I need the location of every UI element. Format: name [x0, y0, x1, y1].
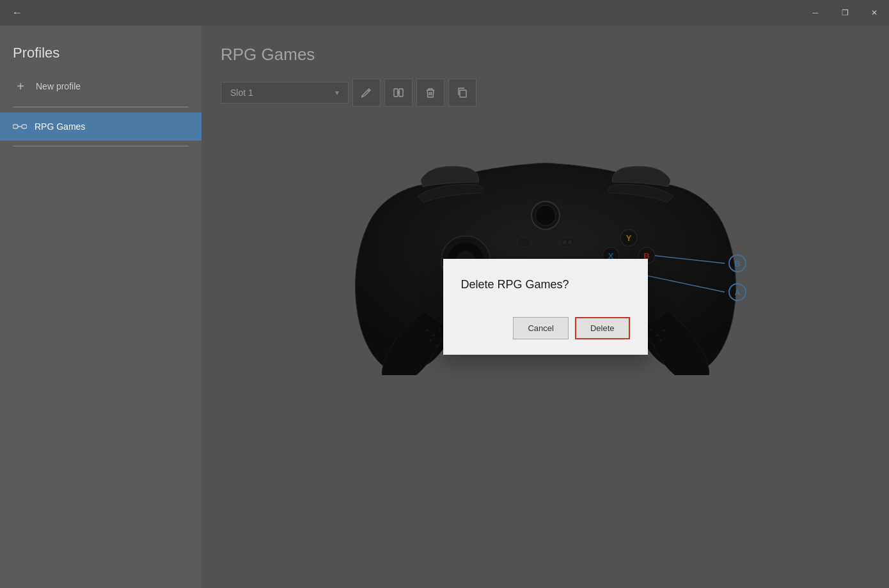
svg-rect-0 — [13, 125, 18, 128]
close-icon: ✕ — [871, 8, 877, 17]
dialog-title: Delete RPG Games? — [461, 278, 630, 291]
sidebar-divider-bottom — [13, 146, 189, 146]
restore-icon: ❐ — [842, 8, 849, 17]
confirm-delete-button[interactable]: Delete — [575, 317, 630, 339]
svg-rect-1 — [22, 125, 27, 128]
plus-icon: + — [13, 79, 28, 94]
sidebar-divider-top — [13, 107, 189, 107]
main-content: RPG Games Slot 1 ▾ — [201, 26, 889, 588]
new-profile-button[interactable]: + New profile — [0, 71, 201, 102]
dialog-buttons: Cancel Delete — [461, 317, 630, 339]
new-profile-label: New profile — [36, 81, 81, 91]
title-bar: ← ─ ❐ ✕ — [0, 0, 889, 26]
minimize-icon: ─ — [813, 8, 819, 17]
sidebar: Profiles + New profile RPG Games — [0, 26, 201, 588]
profile-link-icon — [13, 122, 27, 131]
sidebar-title: Profiles — [0, 38, 201, 71]
profile-item-label: RPG Games — [35, 121, 85, 132]
back-button[interactable]: ← — [8, 3, 27, 22]
restore-button[interactable]: ❐ — [830, 0, 860, 26]
minimize-button[interactable]: ─ — [801, 0, 830, 26]
close-button[interactable]: ✕ — [860, 0, 889, 26]
dialog-overlay: Delete RPG Games? Cancel Delete — [201, 26, 889, 588]
sidebar-item-rpg-games[interactable]: RPG Games — [0, 112, 201, 141]
back-icon: ← — [12, 7, 22, 19]
app-layout: Profiles + New profile RPG Games RPG Gam… — [0, 26, 889, 588]
delete-dialog: Delete RPG Games? Cancel Delete — [443, 259, 648, 355]
cancel-button[interactable]: Cancel — [513, 317, 568, 339]
